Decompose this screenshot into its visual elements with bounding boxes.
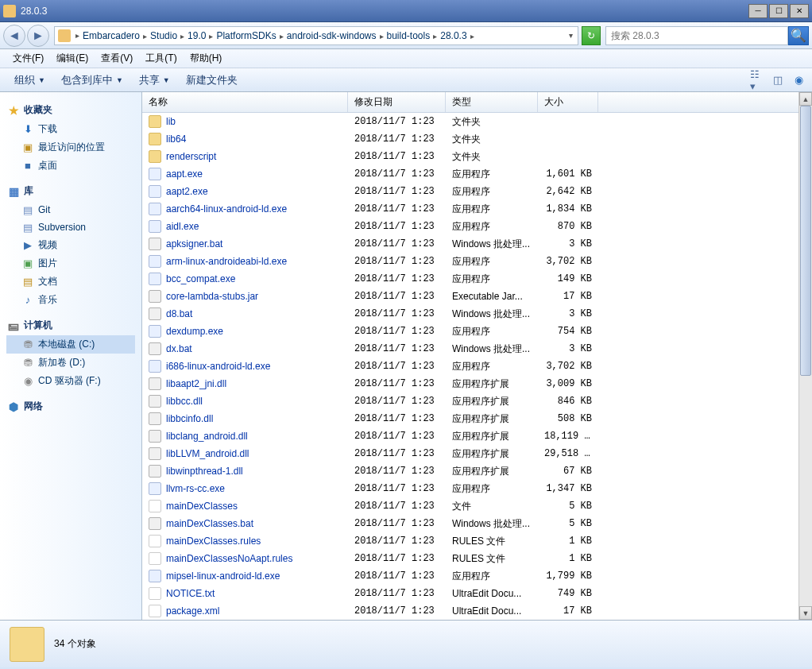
file-name: NOTICE.txt	[166, 588, 215, 599]
preview-pane-button[interactable]: ◫	[771, 73, 785, 87]
sidebar-group-net[interactable]: ⬢网络	[6, 396, 135, 416]
file-date: 2018/11/7 1:23	[348, 518, 446, 529]
scroll-up-button[interactable]: ▲	[799, 92, 812, 106]
sidebar-group-comp[interactable]: 🖴计算机	[6, 315, 135, 335]
breadcrumb-segment[interactable]: build-tools	[385, 30, 432, 41]
minimize-button[interactable]: ─	[748, 4, 768, 18]
file-row[interactable]: renderscript2018/11/7 1:23文件夹	[142, 148, 798, 165]
breadcrumb-segment[interactable]: android-sdk-windows	[285, 30, 378, 41]
file-type: 应用程序	[446, 168, 538, 181]
file-icon	[149, 395, 161, 408]
sidebar-group-fav[interactable]: ★收藏夹	[6, 100, 135, 120]
file-type: UltraEdit Docu...	[446, 605, 538, 617]
file-row[interactable]: package.xml2018/11/7 1:23UltraEdit Docu.…	[142, 602, 798, 620]
menu-item[interactable]: 帮助(H)	[184, 52, 229, 65]
file-row[interactable]: mipsel-linux-android-ld.exe2018/11/7 1:2…	[142, 567, 798, 585]
breadcrumb-segment[interactable]: Embarcadero	[81, 30, 141, 41]
scrollbar[interactable]: ▲ ▼	[798, 92, 812, 620]
menu-item[interactable]: 编辑(E)	[50, 52, 95, 65]
breadcrumb-segment[interactable]: 28.0.3	[439, 30, 468, 41]
col-date[interactable]: 修改日期	[348, 92, 446, 112]
file-row[interactable]: llvm-rs-cc.exe2018/11/7 1:23应用程序1,347 KB	[142, 480, 798, 497]
file-row[interactable]: bcc_compat.exe2018/11/7 1:23应用程序149 KB	[142, 270, 798, 288]
file-icon	[149, 482, 161, 495]
file-row[interactable]: mainDexClasses.rules2018/11/7 1:23RULES …	[142, 532, 798, 550]
sidebar-item[interactable]: ▤Git	[6, 201, 135, 218]
breadcrumb-segment[interactable]: 19.0	[186, 30, 207, 41]
breadcrumb-segment[interactable]: Studio	[149, 30, 179, 41]
file-date: 2018/11/7 1:23	[348, 361, 446, 372]
file-row[interactable]: aidl.exe2018/11/7 1:23应用程序870 KB	[142, 218, 798, 235]
breadcrumb-segment[interactable]: PlatformSDKs	[215, 30, 277, 41]
sidebar-item[interactable]: ⬇下载	[6, 120, 135, 138]
organize-button[interactable]: 组织▼	[6, 73, 53, 87]
search-input[interactable]	[606, 30, 787, 41]
file-row[interactable]: libaapt2_jni.dll2018/11/7 1:23应用程序扩展3,00…	[142, 375, 798, 393]
file-row[interactable]: core-lambda-stubs.jar2018/11/7 1:23Execu…	[142, 288, 798, 305]
file-row[interactable]: libLLVM_android.dll2018/11/7 1:23应用程序扩展2…	[142, 445, 798, 462]
search-button[interactable]: 🔍	[788, 26, 809, 45]
file-row[interactable]: libclang_android.dll2018/11/7 1:23应用程序扩展…	[142, 427, 798, 445]
file-size: 3 KB	[538, 238, 598, 249]
sidebar-item[interactable]: ▣图片	[6, 254, 135, 273]
file-row[interactable]: aarch64-linux-android-ld.exe2018/11/7 1:…	[142, 200, 798, 218]
close-button[interactable]: ✕	[790, 4, 809, 18]
file-row[interactable]: apksigner.bat2018/11/7 1:23Windows 批处理..…	[142, 235, 798, 253]
search-box[interactable]	[605, 26, 788, 45]
file-size: 67 KB	[538, 466, 598, 477]
file-row[interactable]: aapt.exe2018/11/7 1:23应用程序1,601 KB	[142, 165, 798, 183]
menu-item[interactable]: 工具(T)	[139, 52, 183, 65]
file-row[interactable]: arm-linux-androideabi-ld.exe2018/11/7 1:…	[142, 253, 798, 270]
file-row[interactable]: dx.bat2018/11/7 1:23Windows 批处理...3 KB	[142, 340, 798, 358]
file-row[interactable]: mainDexClassesNoAapt.rules2018/11/7 1:23…	[142, 550, 798, 567]
file-row[interactable]: libwinpthread-1.dll2018/11/7 1:23应用程序扩展6…	[142, 462, 798, 480]
menu-item[interactable]: 文件(F)	[6, 52, 50, 65]
back-button[interactable]: ◄	[3, 25, 25, 47]
file-size: 846 KB	[538, 396, 598, 407]
col-type[interactable]: 类型	[446, 92, 538, 112]
file-row[interactable]: lib2018/11/7 1:23文件夹	[142, 113, 798, 130]
sidebar-item[interactable]: ▤Subversion	[6, 218, 135, 236]
sidebar-item[interactable]: ⛃本地磁盘 (C:)	[6, 335, 135, 354]
scroll-down-button[interactable]: ▼	[799, 606, 812, 620]
file-size: 1,799 KB	[538, 570, 598, 582]
file-icon	[149, 115, 161, 128]
maximize-button[interactable]: ☐	[769, 4, 788, 18]
forward-button[interactable]: ►	[27, 25, 49, 47]
file-row[interactable]: mainDexClasses.bat2018/11/7 1:23Windows …	[142, 515, 798, 532]
sidebar-item[interactable]: ⛃新加卷 (D:)	[6, 354, 135, 372]
file-name: aapt.exe	[166, 168, 203, 180]
new-folder-button[interactable]: 新建文件夹	[178, 73, 246, 87]
file-row[interactable]: libbcc.dll2018/11/7 1:23应用程序扩展846 KB	[142, 393, 798, 410]
refresh-button[interactable]: ↻	[582, 26, 601, 45]
sidebar-item[interactable]: ▣最近访问的位置	[6, 138, 135, 157]
sidebar-group-lib[interactable]: ▦库	[6, 181, 135, 201]
file-row[interactable]: mainDexClasses2018/11/7 1:23文件5 KB	[142, 497, 798, 515]
include-library-button[interactable]: 包含到库中▼	[53, 73, 131, 87]
sidebar-item[interactable]: ▤文档	[6, 273, 135, 291]
breadcrumb[interactable]: ▸ Embarcadero▸Studio▸19.0▸PlatformSDKs▸a…	[54, 26, 578, 45]
file-row[interactable]: i686-linux-android-ld.exe2018/11/7 1:23应…	[142, 358, 798, 375]
col-name[interactable]: 名称	[142, 92, 348, 112]
file-size: 17 KB	[538, 291, 598, 302]
file-row[interactable]: lib642018/11/7 1:23文件夹	[142, 130, 798, 148]
help-button[interactable]: ◉	[791, 73, 806, 87]
file-row[interactable]: d8.bat2018/11/7 1:23Windows 批处理...3 KB	[142, 305, 798, 323]
scroll-thumb[interactable]	[800, 106, 811, 376]
sidebar-item[interactable]: ♪音乐	[6, 291, 135, 309]
menu-item[interactable]: 查看(V)	[95, 52, 139, 65]
file-size: 1 KB	[538, 536, 598, 547]
file-row[interactable]: NOTICE.txt2018/11/7 1:23UltraEdit Docu..…	[142, 585, 798, 602]
file-row[interactable]: aapt2.exe2018/11/7 1:23应用程序2,642 KB	[142, 183, 798, 200]
sidebar-item[interactable]: ■桌面	[6, 157, 135, 175]
view-mode-button[interactable]: ☷ ▾	[750, 73, 764, 87]
col-size[interactable]: 大小	[538, 92, 598, 112]
share-button[interactable]: 共享▼	[131, 73, 178, 87]
sidebar-item[interactable]: ▶视频	[6, 236, 135, 254]
file-date: 2018/11/7 1:23	[348, 273, 446, 284]
file-row[interactable]: libbcinfo.dll2018/11/7 1:23应用程序扩展508 KB	[142, 410, 798, 427]
file-icon	[149, 570, 161, 582]
file-row[interactable]: dexdump.exe2018/11/7 1:23应用程序754 KB	[142, 323, 798, 340]
sidebar-item[interactable]: ◉CD 驱动器 (F:)	[6, 372, 135, 390]
file-type: 应用程序	[446, 203, 538, 216]
